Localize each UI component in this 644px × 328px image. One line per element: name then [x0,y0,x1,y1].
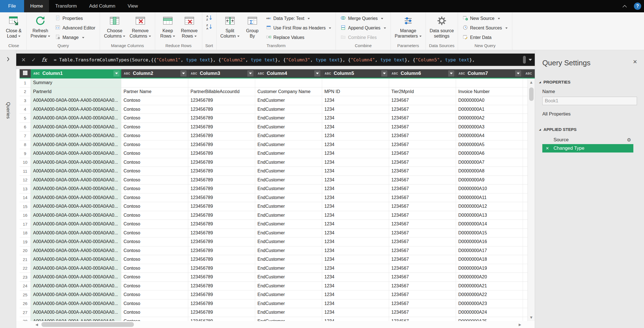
tab-home[interactable]: Home [24,0,49,12]
expand-queries-pane-button[interactable] [0,57,16,63]
filter-button[interactable] [180,70,187,77]
cancel-formula-button[interactable]: ✕ [18,57,29,63]
grid-cell[interactable]: 1234567 [389,211,456,220]
filter-button[interactable] [314,70,320,77]
sort-descending-button[interactable]: ZA [204,23,214,32]
help-button[interactable]: ? [631,0,644,12]
sort-ascending-button[interactable]: AZ [204,14,214,23]
grid-cell[interactable]: Contoso [121,282,188,291]
row-number[interactable]: 1 [20,78,31,87]
grid-cell[interactable]: 123456789 [188,211,255,220]
grid-cell[interactable]: 123456789 [188,149,255,158]
filter-button[interactable] [113,70,120,77]
queries-pane-label[interactable]: Queries [0,98,16,123]
grid-cell[interactable]: EndCustomer [255,202,322,211]
grid-cell[interactable]: 1234567 [389,176,456,185]
grid-cell[interactable]: D0000000A25 [456,317,523,321]
grid-cell[interactable]: Contoso [121,114,188,123]
properties-button[interactable]: Properties [53,14,97,23]
row-number[interactable]: 19 [20,237,31,246]
grid-cell[interactable]: D0000000A1 [456,105,523,114]
grid-cell[interactable]: A00AA000-0A0A-000A-AA00-000A0AA0... [31,167,121,176]
properties-section-header[interactable]: ◢ PROPERTIES [535,80,644,84]
grid-cell[interactable]: D0000000A23 [456,299,523,308]
row-number[interactable]: 24 [20,282,31,291]
grid-cell[interactable]: Contoso [121,158,188,167]
row-number[interactable]: 25 [20,290,31,299]
formula-input[interactable]: = Table.TransformColumnTypes(Source,{{"C… [54,57,521,63]
row-number[interactable]: 5 [20,114,31,123]
grid-cell[interactable] [389,78,456,87]
grid-cell[interactable]: 1234567 [389,255,456,264]
grid-cell[interactable]: 1234567 [389,220,456,229]
grid-cell[interactable]: A00AA000-0A0A-000A-AA00-000A0AA0... [31,114,121,123]
grid-cell[interactable]: 123456789 [188,176,255,185]
grid-cell[interactable] [322,78,389,87]
step-settings-icon[interactable]: ⚙ [627,137,631,143]
grid-cell[interactable]: Partner Name [121,87,188,96]
grid-cell[interactable]: EndCustomer [255,184,322,193]
scroll-up-arrow[interactable]: ▲ [530,78,532,86]
tab-transform[interactable]: Transform [49,0,83,12]
grid-cell[interactable]: 1234567 [389,202,456,211]
grid-cell[interactable]: 1234567 [389,317,456,321]
grid-cell[interactable]: EndCustomer [255,299,322,308]
grid-cell[interactable]: EndCustomer [255,220,322,229]
grid-cell[interactable]: D0000000A4 [456,131,523,140]
grid-cell[interactable]: 123456789 [188,237,255,246]
grid-cell[interactable]: 1234567 [389,105,456,114]
row-number[interactable]: 28 [20,317,31,321]
grid-cell[interactable]: 1234567 [389,123,456,132]
data-source-settings-button[interactable]: Data source settings [428,14,455,39]
grid-cell[interactable]: 123456789 [188,131,255,140]
grid-cell[interactable]: 1234567 [389,237,456,246]
grid-cell[interactable]: 1234 [322,140,389,149]
grid-cell[interactable]: D0000000A15 [456,229,523,238]
grid-cell[interactable]: 1234 [322,308,389,317]
applied-steps-header[interactable]: ◢ APPLIED STEPS [535,127,644,132]
grid-cell[interactable]: EndCustomer [255,105,322,114]
enter-data-button[interactable]: Enter Data [460,33,510,42]
grid-cell[interactable]: EndCustomer [255,131,322,140]
row-number[interactable]: 12 [20,176,31,185]
grid-cell[interactable]: 1234 [322,255,389,264]
grid-cell[interactable]: EndCustomer [255,290,322,299]
grid-cell[interactable]: PartnerId [31,87,121,96]
refresh-preview-button[interactable]: Refresh Preview [29,14,52,39]
row-number[interactable]: 18 [20,229,31,238]
grid-cell[interactable]: 123456789 [188,193,255,202]
grid-cell[interactable]: D0000000A3 [456,123,523,132]
grid-cell[interactable]: 1234567 [389,96,456,105]
close-query-settings-button[interactable]: ✕ [633,59,637,65]
grid-cell[interactable] [121,78,188,87]
horizontal-scrollbar-thumb[interactable] [41,322,134,327]
grid-cell[interactable]: Contoso [121,167,188,176]
grid-cell[interactable]: 1234567 [389,299,456,308]
confirm-formula-button[interactable]: ✓ [29,57,39,63]
grid-cell[interactable]: 123456789 [188,317,255,321]
grid-cell[interactable]: 1234 [322,282,389,291]
grid-cell[interactable]: D0000000A0 [456,96,523,105]
grid-cell[interactable]: Contoso [121,246,188,255]
filter-button[interactable] [247,70,254,77]
grid-cell[interactable]: D0000000A13 [456,211,523,220]
grid-cell[interactable]: Contoso [121,255,188,264]
grid-cell[interactable]: 1234 [322,167,389,176]
grid-cell[interactable]: EndCustomer [255,237,322,246]
select-all-button[interactable] [20,69,31,78]
formula-scrollbar-thumb[interactable] [523,56,526,64]
grid-cell[interactable]: 1234 [322,229,389,238]
applied-step-changed-type[interactable]: ✕Changed Type [542,144,633,153]
expand-formula-bar-button[interactable] [529,59,532,61]
scroll-right-arrow[interactable]: ▶ [516,323,524,327]
grid-cell[interactable]: 123456789 [188,140,255,149]
grid-cell[interactable]: 1234 [322,264,389,273]
grid-cell[interactable]: EndCustomer [255,123,322,132]
group-by-button[interactable]: Σ Group By [242,14,263,39]
row-number[interactable]: 4 [20,105,31,114]
grid-cell[interactable]: EndCustomer [255,96,322,105]
row-number[interactable]: 14 [20,193,31,202]
grid-cell[interactable]: Tier2MpnId [389,87,456,96]
grid-cell[interactable]: A00AA000-0A0A-000A-AA00-000A0AA0... [31,149,121,158]
choose-columns-button[interactable]: Choose Columns [102,14,127,39]
